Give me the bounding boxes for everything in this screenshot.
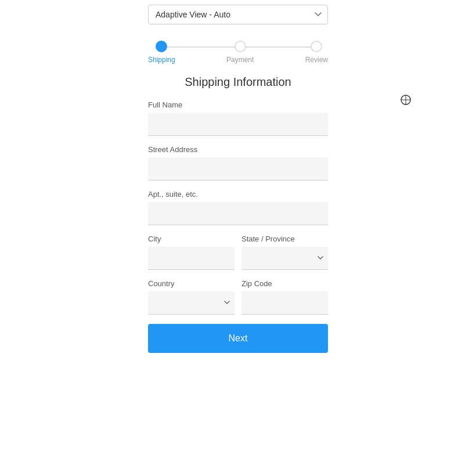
full-name-label: Full Name bbox=[148, 100, 328, 109]
step-label-payment: Payment bbox=[226, 56, 254, 64]
step-review: Review bbox=[305, 41, 328, 64]
city-label: City bbox=[148, 235, 235, 243]
city-field: City bbox=[148, 235, 235, 270]
step-circle-shipping bbox=[156, 41, 167, 52]
country-field: Country bbox=[148, 279, 235, 315]
step-shipping: Shipping bbox=[148, 41, 175, 64]
step-circle-review bbox=[311, 41, 322, 52]
full-name-input[interactable] bbox=[148, 113, 328, 136]
step-circle-payment bbox=[235, 41, 246, 52]
step-payment: Payment bbox=[226, 41, 254, 64]
apt-label: Apt., suite, etc. bbox=[148, 190, 328, 199]
apt-field: Apt., suite, etc. bbox=[148, 190, 328, 225]
steps-container: Shipping Payment Review bbox=[148, 41, 328, 64]
page-container: Adaptive View - Auto Desktop Tablet Mobi… bbox=[0, 0, 476, 353]
apt-input[interactable] bbox=[148, 202, 328, 225]
full-name-field: Full Name bbox=[148, 100, 328, 136]
country-label: Country bbox=[148, 279, 235, 288]
step-label-shipping: Shipping bbox=[148, 56, 175, 64]
next-button[interactable]: Next bbox=[148, 324, 328, 353]
state-field: State / Province bbox=[241, 235, 328, 270]
state-label: State / Province bbox=[241, 235, 328, 243]
form-container: Shipping Information Full Name Street Ad… bbox=[148, 75, 328, 353]
form-title: Shipping Information bbox=[148, 75, 328, 89]
city-input[interactable] bbox=[148, 247, 235, 270]
street-address-label: Street Address bbox=[148, 145, 328, 154]
adaptive-view-select[interactable]: Adaptive View - Auto Desktop Tablet Mobi… bbox=[148, 5, 328, 24]
street-address-input[interactable] bbox=[148, 157, 328, 181]
country-select[interactable] bbox=[148, 291, 235, 315]
adaptive-view-wrapper: Adaptive View - Auto Desktop Tablet Mobi… bbox=[148, 5, 328, 24]
steps-row: Shipping Payment Review bbox=[148, 41, 328, 64]
step-label-review: Review bbox=[305, 56, 328, 64]
zip-field: Zip Code bbox=[241, 279, 328, 315]
zip-input[interactable] bbox=[241, 291, 328, 315]
state-select[interactable] bbox=[241, 247, 328, 270]
street-address-field: Street Address bbox=[148, 145, 328, 181]
zip-label: Zip Code bbox=[241, 279, 328, 288]
city-state-row: City State / Province bbox=[148, 235, 328, 270]
country-zip-row: Country Zip Code bbox=[148, 279, 328, 315]
